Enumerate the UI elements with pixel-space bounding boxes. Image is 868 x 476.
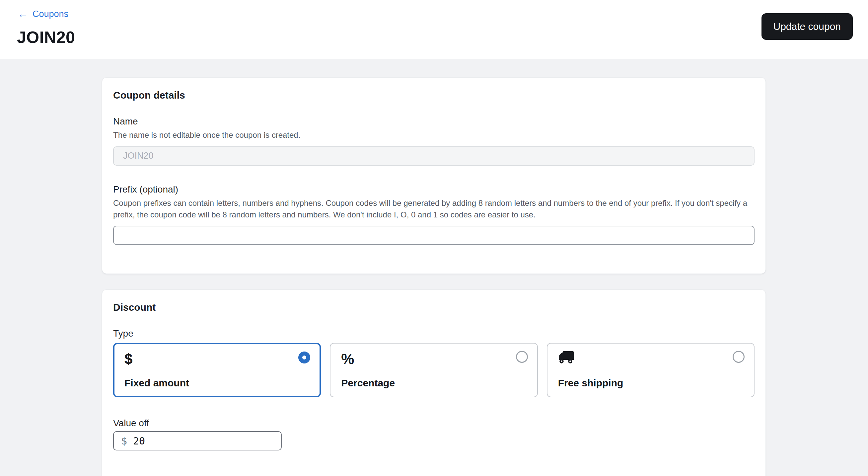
page-title: JOIN20: [17, 28, 75, 47]
type-label: Type: [113, 328, 754, 339]
coupon-details-heading: Coupon details: [113, 90, 754, 101]
main-content: Coupon details Name The name is not edit…: [0, 59, 868, 476]
update-coupon-button[interactable]: Update coupon: [762, 13, 853, 40]
discount-card: Discount Type $ Fixed amount % Percentag…: [102, 290, 766, 476]
value-off-field: Value off $: [113, 418, 754, 450]
truck-icon: [558, 351, 743, 364]
discount-type-free-shipping-option[interactable]: Free shipping: [547, 343, 754, 397]
discount-type-percentage-option[interactable]: % Percentage: [330, 343, 537, 397]
name-help-text: The name is not editable once the coupon…: [113, 129, 754, 141]
radio-percentage[interactable]: [516, 351, 528, 363]
name-input: [113, 146, 754, 166]
discount-heading: Discount: [113, 302, 754, 313]
currency-symbol: $: [121, 435, 127, 447]
discount-type-fixed-amount-option[interactable]: $ Fixed amount: [113, 343, 321, 397]
prefix-label: Prefix (optional): [113, 184, 754, 195]
prefix-input[interactable]: [113, 226, 754, 245]
value-off-input[interactable]: $: [113, 431, 282, 450]
discount-type-options: $ Fixed amount % Percentage: [113, 343, 754, 397]
option-label-free-shipping: Free shipping: [558, 378, 743, 389]
percent-icon: %: [341, 351, 526, 367]
name-label: Name: [113, 116, 754, 127]
option-label-percentage: Percentage: [341, 378, 526, 389]
option-label-fixed-amount: Fixed amount: [124, 378, 310, 389]
back-to-coupons-link[interactable]: ← Coupons: [18, 7, 68, 21]
back-link-label: Coupons: [33, 7, 68, 21]
dollar-icon: $: [124, 351, 310, 367]
coupon-details-card: Coupon details Name The name is not edit…: [102, 77, 766, 274]
prefix-help-text: Coupon prefixes can contain letters, num…: [113, 198, 754, 221]
back-arrow-icon: ←: [18, 8, 28, 20]
value-off-label: Value off: [113, 418, 754, 428]
name-field: Name The name is not editable once the c…: [113, 116, 754, 166]
prefix-field: Prefix (optional) Coupon prefixes can co…: [113, 184, 754, 245]
value-off-amount[interactable]: [133, 435, 274, 447]
page-header: ← Coupons JOIN20 Update coupon: [0, 0, 868, 59]
